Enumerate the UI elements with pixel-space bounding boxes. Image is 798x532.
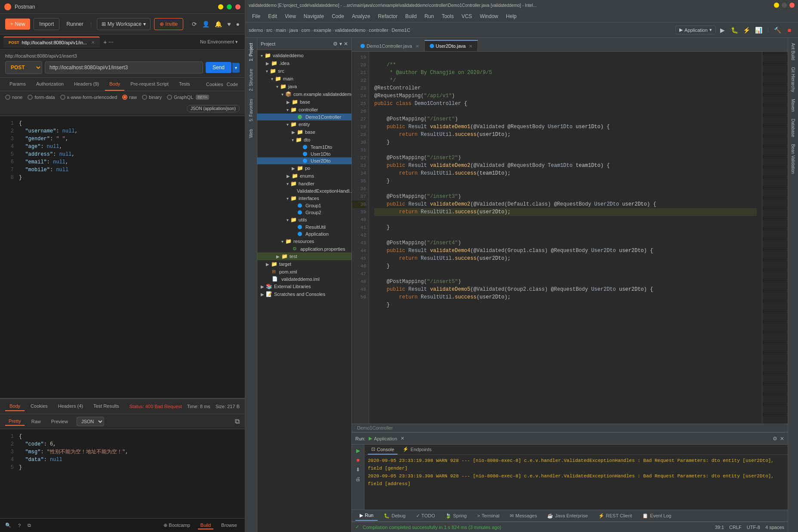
tree-item-src[interactable]: ▾ 📁 src: [257, 67, 351, 75]
bc-main[interactable]: main: [276, 28, 286, 33]
right-tab-bean-validation[interactable]: Bean Validation: [790, 141, 796, 177]
view-preview-button[interactable]: Preview: [48, 418, 71, 425]
tree-item-scratches[interactable]: ▶ 📝 Scratches and Consoles: [257, 290, 351, 298]
menu-run[interactable]: Run: [421, 12, 438, 21]
tree-item-package[interactable]: ▾ 📦 com.example.validateddemo: [257, 90, 351, 98]
run-stop-button[interactable]: ■: [354, 456, 362, 464]
copy-response-icon[interactable]: ⧉: [235, 418, 240, 425]
editor-tab-user2dto[interactable]: User2Dto.java ✕: [425, 40, 478, 51]
right-tab-ant-build[interactable]: Ant Build: [790, 40, 796, 64]
tree-item-idea[interactable]: ▶ 📁 .idea: [257, 59, 351, 67]
bottom-tab-event-log[interactable]: 📋 Event Log: [638, 511, 676, 520]
new-tab-button[interactable]: +: [103, 39, 107, 46]
resp-tab-test-results[interactable]: Test Results: [89, 402, 123, 411]
tab-close-button[interactable]: ✕: [91, 40, 95, 45]
tree-item-dto[interactable]: ▾ 📁 dto: [257, 136, 351, 144]
tree-item-demo1controller[interactable]: Demo1Controller: [257, 114, 351, 120]
editor-tab-demo1controller[interactable]: Demo1Controller.java ✕: [355, 41, 425, 51]
tree-item-base[interactable]: ▶ 📁 base: [257, 98, 351, 106]
right-tab-maven[interactable]: Maven: [790, 95, 796, 115]
tree-item-external-libraries[interactable]: ▶ 📚 External Libraries: [257, 283, 351, 290]
avatar-icon[interactable]: ●: [236, 21, 240, 28]
bottom-tab-todo[interactable]: ✓ TODO: [412, 511, 440, 520]
workspace-button[interactable]: ⊞ My Workspace ▾: [97, 18, 151, 30]
indent-label[interactable]: 4 spaces: [765, 525, 784, 530]
resp-tab-cookies[interactable]: Cookies: [26, 402, 52, 411]
tree-item-resources[interactable]: ▾ 📁 resources: [257, 237, 351, 245]
bc-example[interactable]: example: [314, 28, 332, 33]
ij-minimize-button[interactable]: [774, 3, 779, 8]
bottom-tab-terminal[interactable]: > Terminal: [473, 511, 504, 520]
bottom-tab-debug[interactable]: 🐛 Debug: [379, 511, 410, 520]
menu-analyze[interactable]: Analyze: [348, 12, 374, 21]
run-console-tab[interactable]: ⊡ Console: [368, 445, 397, 455]
bottom-tab-spring[interactable]: 🍃 Spring: [441, 511, 471, 520]
bc-java[interactable]: java: [290, 28, 298, 33]
tree-item-po[interactable]: ▶ 📁 po: [257, 164, 351, 172]
tree-item-controller[interactable]: ▾ 📁 controller: [257, 106, 351, 114]
run-endpoints-tab[interactable]: ⚡ Endpoints: [399, 445, 435, 455]
tree-item-java[interactable]: ▾ 📁 java: [257, 83, 351, 90]
bootcamp-button[interactable]: ⊕ Bootcamp: [161, 522, 193, 529]
run-config-button[interactable]: ▶ Application ▾: [675, 25, 716, 34]
tab-body[interactable]: Body: [105, 78, 124, 91]
tree-item-iml[interactable]: 📄 validateddemo.iml: [257, 275, 351, 283]
ij-close-button[interactable]: [789, 3, 795, 8]
tree-item-test[interactable]: ▶ 📁 test: [257, 252, 351, 260]
coverage-button[interactable]: ⚡: [742, 25, 752, 35]
tree-item-team1dto[interactable]: Team1Dto: [257, 144, 351, 151]
tab-authorization[interactable]: Authorization: [32, 78, 68, 91]
json-format-button[interactable]: JSON (application/json): [187, 105, 240, 112]
runner-button[interactable]: Runner: [63, 18, 86, 30]
sidebar-tab-structure[interactable]: 2: Structure: [247, 65, 255, 95]
request-body-editor[interactable]: 1 { 2 "username": null, 3 "gender": " ",…: [0, 116, 245, 398]
menu-code[interactable]: Code: [328, 12, 348, 21]
build-button[interactable]: Build: [198, 522, 213, 529]
response-format-select[interactable]: JSON Text HTML XML: [77, 417, 104, 426]
run-print-button[interactable]: 🖨: [354, 475, 362, 483]
menu-tools[interactable]: Tools: [438, 12, 457, 21]
menu-help[interactable]: Help: [502, 12, 520, 21]
bc-src[interactable]: src: [266, 28, 273, 33]
close-button[interactable]: [235, 4, 240, 9]
tree-item-resultutil[interactable]: ResultUtil: [257, 224, 351, 231]
ij-maximize-button[interactable]: [782, 3, 787, 8]
bc-demo1c[interactable]: Demo1C: [391, 28, 410, 33]
tree-item-handler[interactable]: ▾ 📁 handler: [257, 180, 351, 188]
file-charset[interactable]: UTF-8: [747, 525, 760, 530]
send-button[interactable]: Send: [206, 62, 231, 73]
resp-tab-headers[interactable]: Headers (4): [54, 402, 87, 411]
radio-urlencoded[interactable]: x-www-form-urlencoded: [60, 95, 117, 100]
tab-pre-request[interactable]: Pre-request Script: [126, 78, 173, 91]
debug-button[interactable]: 🐛: [730, 25, 740, 35]
tab-menu-button[interactable]: ⋯: [108, 39, 114, 45]
tree-item-entity-base[interactable]: ▶ 📁 base: [257, 128, 351, 136]
tree-item-root[interactable]: ▾ 📁 validateddemo: [257, 52, 351, 59]
cursor-position[interactable]: 39:1: [715, 525, 724, 530]
tab-params[interactable]: Params: [5, 78, 30, 91]
resp-tab-body[interactable]: Body: [5, 402, 25, 411]
browse-button[interactable]: Browse: [219, 522, 240, 529]
tree-item-application[interactable]: Application: [257, 231, 351, 237]
tree-item-user1dto[interactable]: User1Dto: [257, 151, 351, 157]
sidebar-tab-project[interactable]: 1: Project: [247, 40, 255, 65]
tree-item-target[interactable]: ▶ 📁 target: [257, 260, 351, 268]
tree-item-user2dto[interactable]: User2Dto: [257, 157, 351, 164]
menu-window[interactable]: Window: [476, 12, 502, 21]
right-tab-git-hierarchy[interactable]: Git Hierarchy: [790, 64, 796, 95]
settings-icon[interactable]: ⧉: [28, 523, 31, 528]
request-tab-active[interactable]: POST http://localhost:8080/api/v1/in... …: [3, 37, 100, 48]
radio-none[interactable]: none: [5, 95, 22, 100]
menu-view[interactable]: View: [281, 12, 299, 21]
sync-icon[interactable]: ⟳: [192, 21, 197, 28]
bell-icon[interactable]: 🔔: [215, 21, 222, 28]
bc-controller[interactable]: controller: [369, 28, 388, 33]
minimize-button[interactable]: [218, 4, 223, 9]
menu-navigate[interactable]: Navigate: [300, 12, 327, 21]
run-restart-button[interactable]: ▶: [354, 446, 362, 455]
tree-item-app-properties[interactable]: ⚙ application.properties: [257, 245, 351, 252]
radio-binary[interactable]: binary: [142, 95, 162, 100]
environment-selector[interactable]: No Environment ▾: [200, 39, 241, 45]
tree-close-icon[interactable]: ✕: [344, 41, 348, 47]
tree-item-pom[interactable]: ⊞ pom.xml: [257, 268, 351, 275]
